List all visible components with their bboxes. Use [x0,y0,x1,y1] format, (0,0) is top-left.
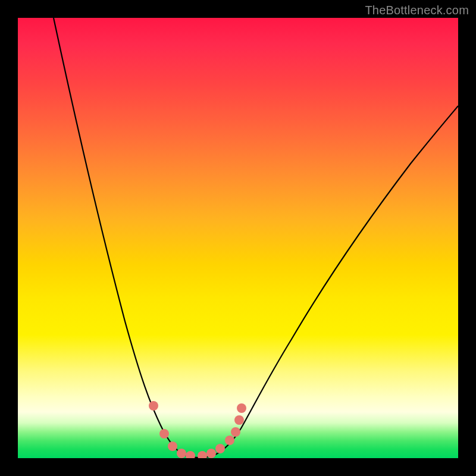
marker-dot [177,449,186,458]
chart-svg [18,18,458,458]
marker-dot [149,401,158,411]
marker-dot [198,451,207,458]
marker-dot [234,415,244,425]
marker-dot [159,429,169,439]
curve-path [54,18,458,458]
marker-dot [168,441,177,451]
chart-frame: TheBottleneck.com [0,0,476,476]
marker-dot [225,436,234,445]
plot-area [18,18,458,458]
marker-dot [215,444,225,453]
marker-dot [237,403,246,413]
marker-dot [186,451,195,458]
marker-dot [231,427,240,437]
marker-group [149,401,246,458]
marker-dot [206,449,216,458]
watermark-text: TheBottleneck.com [365,4,469,17]
